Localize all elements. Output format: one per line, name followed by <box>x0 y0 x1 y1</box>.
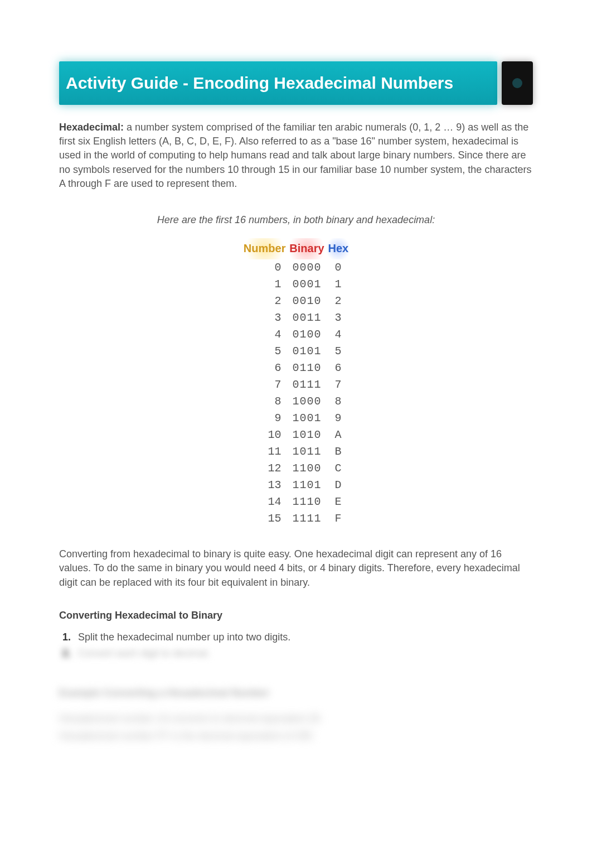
table-row: 121100C <box>242 460 350 477</box>
cell-hex: 2 <box>327 293 350 310</box>
cell-binary: 0110 <box>287 360 327 377</box>
table-row: 200102 <box>242 293 350 310</box>
table-header-row: Number Binary Hex <box>242 238 350 259</box>
table-row: 401004 <box>242 326 350 343</box>
section-heading: Converting Hexadecimal to Binary <box>59 609 533 623</box>
cell-binary: 1100 <box>287 460 327 477</box>
step-item: Split the hexadecimal number up into two… <box>74 630 533 644</box>
table-caption: Here are the first 16 numbers, in both b… <box>59 213 533 227</box>
intro-term: Hexadecimal: <box>59 122 124 133</box>
cell-number: 15 <box>242 510 287 527</box>
cell-binary: 0000 <box>287 259 327 276</box>
table-row: 141110E <box>242 494 350 510</box>
cell-binary: 1110 <box>287 494 327 510</box>
cell-binary: 0100 <box>287 326 327 343</box>
table-row: 101010A <box>242 427 350 443</box>
cell-binary: 1111 <box>287 510 327 527</box>
table-row: 100011 <box>242 276 350 293</box>
cell-hex: 8 <box>327 393 350 410</box>
cell-hex: C <box>327 460 350 477</box>
cell-number: 7 <box>242 377 287 393</box>
explanation-paragraph: Converting from hexadecimal to binary is… <box>59 547 533 590</box>
cell-binary: 0101 <box>287 343 327 360</box>
blurred-content: Hexadecimal number 1A converts to decima… <box>59 710 533 744</box>
cell-hex: 7 <box>327 377 350 393</box>
cell-number: 14 <box>242 494 287 510</box>
cell-number: 1 <box>242 276 287 293</box>
cell-binary: 0011 <box>287 310 327 326</box>
cell-binary: 1101 <box>287 477 327 494</box>
cell-binary: 0111 <box>287 377 327 393</box>
cell-number: 5 <box>242 343 287 360</box>
document-page: Activity Guide - Encoding Hexadecimal Nu… <box>0 0 592 868</box>
cell-number: 0 <box>242 259 287 276</box>
cell-hex: E <box>327 494 350 510</box>
cell-binary: 1000 <box>287 393 327 410</box>
cell-number: 12 <box>242 460 287 477</box>
table-row: 111011B <box>242 443 350 460</box>
cell-binary: 1010 <box>287 427 327 443</box>
step-item-blurred: Convert each digit to decimal. <box>74 647 533 660</box>
cell-number: 13 <box>242 477 287 494</box>
table-row: 151111F <box>242 510 350 527</box>
cell-hex: B <box>327 443 350 460</box>
page-title: Activity Guide - Encoding Hexadecimal Nu… <box>59 61 497 105</box>
cell-binary: 1011 <box>287 443 327 460</box>
conversion-table-wrap: Number Binary Hex 000000 100011 200102 3… <box>59 238 533 527</box>
table-row: 910019 <box>242 410 350 427</box>
column-header-hex: Hex <box>327 238 350 259</box>
cell-binary: 0001 <box>287 276 327 293</box>
brand-logo <box>502 61 533 105</box>
table-row: 701117 <box>242 377 350 393</box>
cell-hex: 1 <box>327 276 350 293</box>
blurred-line: Hexadecimal number FF is the decimal equ… <box>59 727 533 745</box>
cell-hex: 6 <box>327 360 350 377</box>
table-row: 000000 <box>242 259 350 276</box>
cell-hex: D <box>327 477 350 494</box>
table-row: 501015 <box>242 343 350 360</box>
cell-hex: 3 <box>327 310 350 326</box>
cell-hex: F <box>327 510 350 527</box>
cell-number: 11 <box>242 443 287 460</box>
cell-number: 10 <box>242 427 287 443</box>
cell-number: 4 <box>242 326 287 343</box>
cell-hex: 5 <box>327 343 350 360</box>
cell-number: 9 <box>242 410 287 427</box>
logo-dot-icon <box>512 78 522 88</box>
intro-paragraph: Hexadecimal: a number system comprised o… <box>59 120 533 191</box>
table-row: 131101D <box>242 477 350 494</box>
cell-hex: 4 <box>327 326 350 343</box>
cell-binary: 1001 <box>287 410 327 427</box>
table-row: 300113 <box>242 310 350 326</box>
cell-number: 8 <box>242 393 287 410</box>
cell-number: 3 <box>242 310 287 326</box>
conversion-table: Number Binary Hex 000000 100011 200102 3… <box>242 238 350 527</box>
steps-list: Split the hexadecimal number up into two… <box>74 630 533 660</box>
column-header-number: Number <box>242 238 287 259</box>
table-row: 810008 <box>242 393 350 410</box>
cell-hex: 9 <box>327 410 350 427</box>
cell-hex: 0 <box>327 259 350 276</box>
cell-binary: 0010 <box>287 293 327 310</box>
title-row: Activity Guide - Encoding Hexadecimal Nu… <box>59 61 533 105</box>
cell-number: 6 <box>242 360 287 377</box>
table-row: 601106 <box>242 360 350 377</box>
blurred-line: Hexadecimal number 1A converts to decima… <box>59 710 533 727</box>
cell-number: 2 <box>242 293 287 310</box>
column-header-binary: Binary <box>287 238 327 259</box>
table-body: 000000 100011 200102 300113 401004 50101… <box>242 259 350 527</box>
cell-hex: A <box>327 427 350 443</box>
blurred-section-heading: Example Converting a Hexadecimal Number <box>59 686 533 700</box>
intro-body: a number system comprised of the familia… <box>59 122 531 189</box>
